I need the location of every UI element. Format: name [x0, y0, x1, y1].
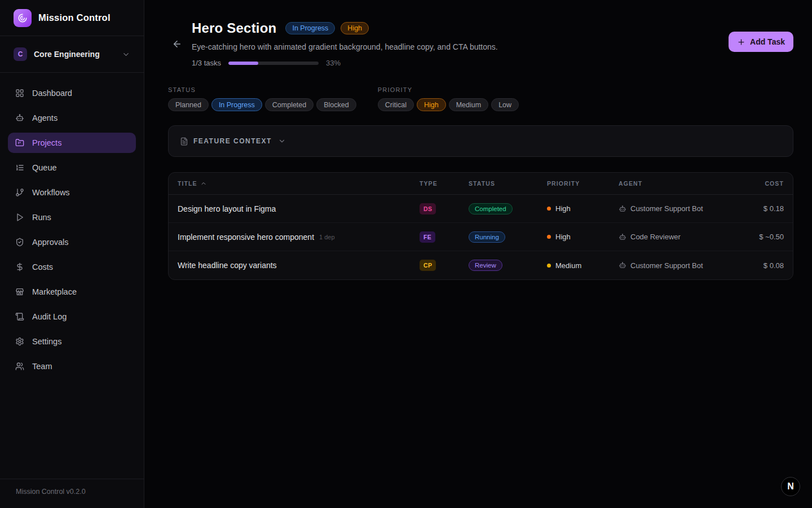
task-type-badge: FE — [420, 231, 435, 243]
sidebar: Mission Control C Core Engineering Dashb… — [0, 0, 144, 508]
back-button[interactable] — [168, 35, 186, 53]
bot-icon — [619, 261, 626, 269]
progress-row: 1/3 tasks 33% — [192, 59, 729, 67]
task-agent: Customer Support Bot — [630, 204, 703, 213]
sidebar-item-workflows[interactable]: Workflows — [8, 182, 136, 203]
workspace-switcher[interactable]: C Core Engineering — [0, 36, 144, 73]
chevron-down-icon — [122, 50, 130, 59]
priority-chip-medium[interactable]: Medium — [449, 98, 488, 111]
tasks-table-body: Design hero layout in FigmaDSCompletedHi… — [169, 195, 793, 279]
scroll-icon — [15, 312, 24, 321]
column-header-cost[interactable]: COST — [751, 180, 784, 187]
task-title: Implement responsive hero component — [178, 233, 314, 242]
filters-row: Status PlannedIn ProgressCompletedBlocke… — [168, 86, 793, 111]
shield-check-icon — [15, 238, 24, 247]
sidebar-item-label: Queue — [32, 163, 57, 172]
status-chip-planned[interactable]: Planned — [168, 98, 209, 111]
status-chip-completed[interactable]: Completed — [265, 98, 314, 111]
priority-chip-critical[interactable]: Critical — [378, 98, 414, 111]
sidebar-item-marketplace[interactable]: Marketplace — [8, 282, 136, 302]
workspace-name: Core Engineering — [34, 50, 100, 59]
tasks-table-header: TITLETYPESTATUSPRIORITYAGENTCOST — [169, 173, 793, 195]
status-filter-group: Status PlannedIn ProgressCompletedBlocke… — [168, 86, 356, 111]
add-task-button[interactable]: Add Task — [729, 32, 793, 52]
app-version: Mission Control v0.2.0 — [0, 479, 144, 508]
workspace-badge: C — [14, 47, 27, 61]
priority-dot — [547, 264, 551, 268]
column-header-type[interactable]: TYPE — [420, 180, 469, 187]
priority-dot — [547, 207, 551, 211]
task-cost: $ 0.18 — [764, 204, 784, 213]
task-type-badge: CP — [420, 260, 436, 271]
priority-dot — [547, 235, 551, 239]
sidebar-item-approvals[interactable]: Approvals — [8, 232, 136, 252]
task-title: Write headline copy variants — [178, 261, 277, 270]
git-branch-icon — [15, 188, 24, 197]
column-header-priority[interactable]: PRIORITY — [547, 180, 619, 187]
progress-bar-fill — [228, 62, 258, 65]
task-type-badge: DS — [420, 203, 436, 214]
status-filter-label: Status — [168, 86, 356, 93]
plus-icon — [737, 38, 745, 46]
status-chip-in-progress[interactable]: In Progress — [211, 98, 262, 111]
sort-ascending-icon — [200, 180, 207, 187]
sidebar-item-audit-log[interactable]: Audit Log — [8, 306, 136, 327]
sidebar-item-label: Workflows — [32, 188, 70, 197]
sidebar-item-settings[interactable]: Settings — [8, 331, 136, 352]
sidebar-item-label: Marketplace — [32, 287, 77, 296]
task-row-write-headline-copy-variants[interactable]: Write headline copy variantsCPReviewMedi… — [169, 251, 793, 279]
arrow-left-icon — [172, 39, 182, 49]
tasks-table: TITLETYPESTATUSPRIORITYAGENTCOST Design … — [168, 172, 793, 280]
gear-icon — [15, 337, 24, 346]
bot-icon — [619, 205, 626, 213]
sidebar-item-dashboard[interactable]: Dashboard — [8, 83, 136, 103]
column-header-title[interactable]: TITLE — [178, 180, 420, 187]
sidebar-item-agents[interactable]: Agents — [8, 108, 136, 128]
feature-context-label: FEATURE CONTEXT — [193, 137, 272, 145]
feature-context-toggle[interactable]: FEATURE CONTEXT — [168, 125, 793, 157]
spiral-logo-icon — [17, 13, 28, 23]
file-text-icon — [180, 137, 188, 146]
sidebar-item-label: Projects — [32, 138, 61, 147]
sidebar-nav: DashboardAgentsProjectsQueueWorkflowsRun… — [0, 73, 144, 479]
status-chip-blocked[interactable]: Blocked — [316, 98, 356, 111]
add-task-label: Add Task — [750, 37, 785, 46]
folder-icon — [15, 138, 24, 147]
sidebar-header: Mission Control — [0, 0, 144, 36]
progress-bar — [228, 62, 319, 65]
feature-description: Eye-catching hero with animated gradient… — [192, 42, 729, 51]
sidebar-item-projects[interactable]: Projects — [8, 133, 136, 153]
list-ordered-icon — [15, 163, 24, 172]
column-header-agent[interactable]: AGENT — [619, 180, 751, 187]
page-header: Hero Section In Progress High Eye-catchi… — [168, 20, 793, 67]
bot-icon — [15, 113, 24, 122]
task-cost: $ ~0.50 — [759, 233, 784, 241]
task-priority: Medium — [555, 261, 581, 270]
task-priority: High — [555, 233, 571, 241]
play-icon — [15, 213, 24, 222]
sidebar-item-label: Runs — [32, 213, 51, 222]
sidebar-item-runs[interactable]: Runs — [8, 207, 136, 227]
sidebar-item-team[interactable]: Team — [8, 356, 136, 376]
task-status-badge: Review — [469, 260, 502, 271]
app-logo — [14, 9, 32, 27]
store-icon — [15, 287, 24, 296]
sidebar-item-label: Agents — [32, 113, 58, 122]
dependency-count: 1 dep — [319, 234, 335, 240]
feature-header: Hero Section In Progress High Eye-catchi… — [192, 20, 729, 67]
column-header-status[interactable]: STATUS — [469, 180, 547, 187]
feature-priority-badge: High — [341, 22, 369, 34]
task-row-design-hero-layout-in-figma[interactable]: Design hero layout in FigmaDSCompletedHi… — [169, 195, 793, 223]
priority-chip-high[interactable]: High — [417, 98, 446, 111]
sidebar-item-costs[interactable]: Costs — [8, 257, 136, 277]
sidebar-item-label: Settings — [32, 337, 61, 346]
app-title: Mission Control — [38, 12, 111, 23]
status-filter-chips: PlannedIn ProgressCompletedBlocked — [168, 98, 356, 111]
sidebar-item-queue[interactable]: Queue — [8, 157, 136, 178]
priority-chip-low[interactable]: Low — [491, 98, 519, 111]
sidebar-item-label: Approvals — [32, 238, 68, 247]
bot-icon — [619, 233, 626, 241]
priority-filter-chips: CriticalHighMediumLow — [378, 98, 519, 111]
nextjs-devtools-button[interactable]: N — [781, 477, 800, 496]
task-row-implement-responsive-hero-component[interactable]: Implement responsive hero component1 dep… — [169, 223, 793, 251]
